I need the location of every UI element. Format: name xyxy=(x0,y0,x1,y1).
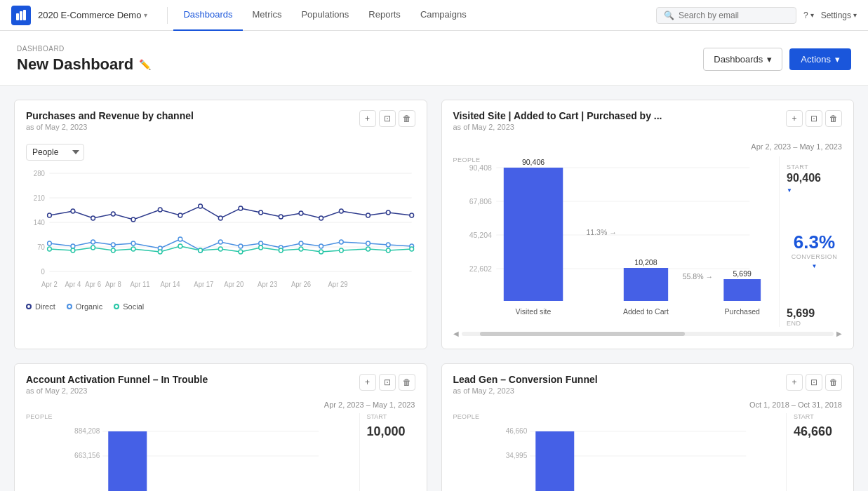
card3-copy-button[interactable]: ⊡ xyxy=(379,374,396,391)
card4-sidebar: START 46,660 xyxy=(786,413,842,491)
chart1-people-select[interactable]: People Revenue xyxy=(26,144,84,161)
svg-rect-0 xyxy=(16,13,19,20)
svg-rect-92 xyxy=(723,279,761,301)
svg-text:22,602: 22,602 xyxy=(469,265,492,273)
svg-rect-106 xyxy=(535,431,574,491)
card2-scrollbar[interactable]: ◀ ▶ xyxy=(453,330,843,337)
card2-start-value: 90,406 xyxy=(787,172,842,184)
card2-start-label: START xyxy=(787,163,842,170)
card2-copy-button[interactable]: ⊡ xyxy=(806,110,822,127)
nav-links: Dashboards Metrics Populations Reports C… xyxy=(173,0,476,31)
scrollbar-track[interactable] xyxy=(462,332,834,336)
svg-point-50 xyxy=(71,248,75,253)
svg-point-56 xyxy=(199,248,203,253)
nav-campaigns[interactable]: Campaigns xyxy=(410,0,476,31)
edit-icon[interactable]: ✏️ xyxy=(139,59,151,70)
card3-actions: + ⊡ 🗑 xyxy=(359,374,415,391)
svg-point-30 xyxy=(410,213,414,217)
svg-point-40 xyxy=(239,244,243,248)
nav-populations[interactable]: Populations xyxy=(291,0,359,31)
card2-people-label: PEOPLE xyxy=(453,156,481,163)
purchases-revenue-card: Purchases and Revenue by channel as of M… xyxy=(14,100,427,349)
search-box: 🔍 xyxy=(656,7,796,24)
svg-point-60 xyxy=(279,248,283,253)
scroll-right-arrow[interactable]: ▶ xyxy=(836,330,842,337)
card2-svg: 90,408 67,806 45,204 22,602 90,406 xyxy=(453,156,780,325)
line-chart: 280 210 140 70 0 xyxy=(26,168,415,294)
chevron-down-icon: ▾ xyxy=(767,54,772,65)
svg-point-63 xyxy=(339,248,343,253)
svg-point-39 xyxy=(218,240,222,244)
dashboards-dropdown-button[interactable]: Dashboards ▾ xyxy=(703,48,782,71)
svg-point-61 xyxy=(299,247,303,251)
svg-text:Purchased: Purchased xyxy=(724,308,760,316)
card4-title-area: Lead Gen – Conversion Funnel as of May 2… xyxy=(453,374,598,395)
settings-button[interactable]: Settings ▾ xyxy=(821,11,857,20)
help-button[interactable]: ? ▾ xyxy=(803,11,814,20)
card2-header: Visited Site | Added to Cart | Purchased… xyxy=(442,100,854,137)
card2-add-button[interactable]: + xyxy=(786,110,803,127)
svg-point-51 xyxy=(91,246,95,250)
card1-add-button[interactable]: + xyxy=(359,110,376,127)
chevron-down-icon: ▾ xyxy=(835,54,840,65)
legend-organic: Organic xyxy=(67,302,103,311)
svg-text:Apr 29: Apr 29 xyxy=(328,281,347,288)
card2-delete-button[interactable]: 🗑 xyxy=(825,110,842,127)
svg-point-66 xyxy=(410,247,414,251)
legend-social-dot xyxy=(114,304,119,309)
scrollbar-thumb xyxy=(480,332,685,336)
card2-subtitle: as of May 2, 2023 xyxy=(453,123,662,131)
card4-title: Lead Gen – Conversion Funnel xyxy=(453,374,598,385)
svg-point-52 xyxy=(111,248,115,253)
card4-copy-button[interactable]: ⊡ xyxy=(806,374,822,391)
nav-reports[interactable]: Reports xyxy=(359,0,410,31)
card4-delete-button[interactable]: 🗑 xyxy=(825,374,842,391)
svg-point-49 xyxy=(48,247,52,251)
scroll-left-arrow[interactable]: ◀ xyxy=(453,330,459,337)
svg-point-62 xyxy=(319,250,323,254)
svg-point-59 xyxy=(259,246,263,250)
card1-title: Purchases and Revenue by channel xyxy=(26,110,194,121)
card2-end-label: END xyxy=(787,320,842,327)
svg-point-20 xyxy=(199,204,203,208)
svg-rect-86 xyxy=(503,168,562,301)
svg-point-25 xyxy=(299,211,303,215)
svg-point-54 xyxy=(158,250,162,254)
svg-point-45 xyxy=(339,240,343,244)
app-name[interactable]: 2020 E-Commerce Demo ▾ xyxy=(38,10,147,20)
actions-button[interactable]: Actions ▾ xyxy=(789,48,851,70)
card1-copy-button[interactable]: ⊡ xyxy=(379,110,396,127)
card3-delete-button[interactable]: 🗑 xyxy=(399,374,415,391)
chart1-legend: Direct Organic Social xyxy=(26,300,415,311)
card4-chart-area: PEOPLE 46,660 34,995 START 46,660 xyxy=(453,413,843,491)
nav-dashboards[interactable]: Dashboards xyxy=(173,0,242,31)
svg-text:663,156: 663,156 xyxy=(74,452,100,459)
app-logo[interactable] xyxy=(11,6,31,25)
page-title: New Dashboard ✏️ xyxy=(17,55,151,74)
card2-main-chart: PEOPLE 90,408 67,806 45,204 22,602 xyxy=(453,156,780,327)
legend-organic-dot xyxy=(67,304,72,309)
svg-point-29 xyxy=(386,210,390,215)
svg-point-28 xyxy=(366,213,370,217)
card4-actions: + ⊡ 🗑 xyxy=(786,374,842,391)
legend-direct: Direct xyxy=(26,302,55,311)
card4-add-button[interactable]: + xyxy=(786,374,803,391)
svg-text:140: 140 xyxy=(34,219,45,227)
card1-delete-button[interactable]: 🗑 xyxy=(399,110,415,127)
card2-actions: + ⊡ 🗑 xyxy=(786,110,842,127)
svg-text:Visited site: Visited site xyxy=(515,308,551,316)
card4-date-range: Oct 1, 2018 – Oct 31, 2018 xyxy=(453,401,843,413)
breadcrumb: DASHBOARD xyxy=(17,45,151,53)
card3-add-button[interactable]: + xyxy=(359,374,376,391)
svg-text:Apr 8: Apr 8 xyxy=(105,281,121,288)
svg-text:210: 210 xyxy=(34,194,45,202)
svg-point-35 xyxy=(131,241,135,246)
svg-point-43 xyxy=(299,241,303,246)
svg-text:55.8% →: 55.8% → xyxy=(682,273,712,281)
svg-point-17 xyxy=(131,217,135,222)
svg-point-58 xyxy=(239,250,243,254)
card3-body: Apr 2, 2023 – May 1, 2023 PEOPLE 884,208… xyxy=(15,401,427,491)
nav-metrics[interactable]: Metrics xyxy=(243,0,292,31)
svg-point-64 xyxy=(366,247,370,251)
search-input[interactable] xyxy=(679,11,789,20)
